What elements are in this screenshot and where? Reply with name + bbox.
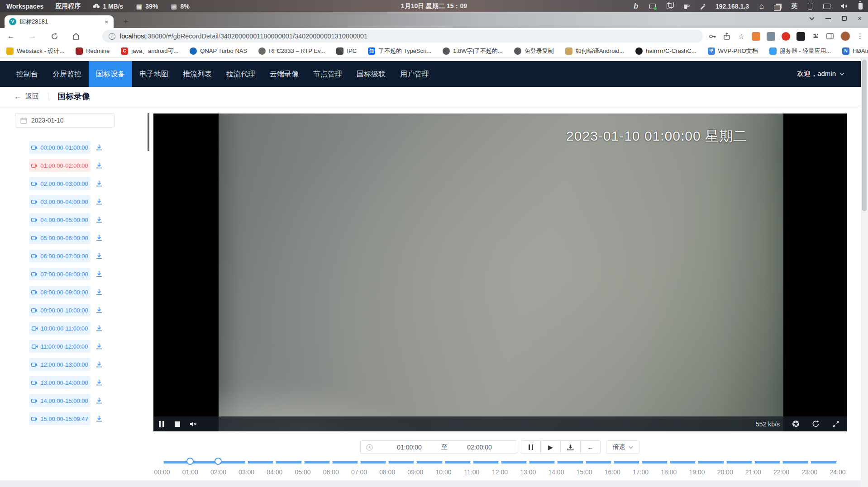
record-chip[interactable]: 14:00:00-15:00:00 <box>29 394 91 407</box>
record-download-button[interactable] <box>95 360 104 369</box>
sidebar-scrollbar[interactable] <box>148 113 149 151</box>
display-tray-icon[interactable] <box>823 2 831 10</box>
record-chip[interactable]: 01:00:00-02:00:00 <box>29 159 91 172</box>
clipboard-tray-icon[interactable] <box>665 2 673 10</box>
input-method-indicator[interactable]: 英 <box>791 2 797 10</box>
nav-tab-8[interactable]: 节点管理 <box>306 61 349 87</box>
range-end-value[interactable]: 02:00:00 <box>448 444 511 451</box>
record-download-button[interactable] <box>95 233 104 242</box>
extension-icon-4[interactable] <box>796 32 805 41</box>
record-chip[interactable]: 12:00:00-13:00:00 <box>29 358 91 371</box>
clock[interactable]: 1月10日 星期二 15：09 <box>401 2 467 10</box>
browser-forward-button[interactable]: → <box>28 32 37 41</box>
record-download-button[interactable] <box>95 251 104 260</box>
share-icon[interactable] <box>723 32 731 40</box>
record-download-button[interactable] <box>95 197 104 206</box>
bookmark-item[interactable]: RFC2833 – RTP Ev... <box>258 47 325 55</box>
nav-tab-9[interactable]: 国标级联 <box>349 61 393 87</box>
record-chip[interactable]: 10:00:00-11:00:00 <box>29 322 91 335</box>
bookmark-item[interactable]: IPC <box>336 47 357 55</box>
window-minimize-button[interactable] <box>825 18 831 19</box>
record-chip[interactable]: 04:00:00-05:00:00 <box>29 213 91 226</box>
nav-tab-5[interactable]: 推流列表 <box>176 61 219 87</box>
player-pause-icon[interactable] <box>157 420 165 428</box>
bookmark-item[interactable]: 知了不起的 TypeScri... <box>368 47 431 55</box>
record-download-button[interactable] <box>95 288 104 297</box>
time-range-picker[interactable]: 01:00:00 至 02:00:00 <box>360 440 517 454</box>
browser-home-button[interactable] <box>72 32 81 41</box>
password-key-icon[interactable] <box>708 32 716 40</box>
window-close-button[interactable]: × <box>858 14 862 22</box>
side-panel-icon[interactable] <box>826 32 834 40</box>
record-chip[interactable]: 05:00:00-06:00:00 <box>29 232 91 244</box>
bing-tray-icon[interactable]: b <box>632 2 640 10</box>
browser-back-button[interactable]: ← <box>6 32 15 41</box>
battery-tray-icon[interactable] <box>856 2 864 10</box>
record-download-button[interactable] <box>95 161 104 170</box>
range-start-value[interactable]: 01:00:00 <box>377 444 441 451</box>
bookmark-item[interactable]: Webstack - 设计... <box>6 47 64 55</box>
record-download-button[interactable] <box>95 179 104 188</box>
record-chip[interactable]: 00:00:00-01:00:00 <box>29 141 91 154</box>
record-chip[interactable]: 09:00:00-10:00:00 <box>29 304 91 317</box>
timeline-handle-end[interactable] <box>215 458 222 465</box>
workspaces-button[interactable]: Workspaces <box>6 3 43 10</box>
record-chip[interactable]: 11:00:00-12:00:00 <box>29 340 91 353</box>
nav-tab-4[interactable]: 电子地图 <box>132 61 176 87</box>
nav-tab-1[interactable]: 控制台 <box>9 61 45 87</box>
player-stop-icon[interactable] <box>173 420 181 428</box>
home-tray-icon[interactable]: ⌂ <box>758 2 766 10</box>
record-chip[interactable]: 02:00:00-03:00:00 <box>29 177 91 190</box>
nav-tab-10[interactable]: 用户管理 <box>393 61 436 87</box>
extension-icon-3[interactable] <box>782 32 790 41</box>
bookmark-item[interactable]: 服务器 - 轻量应用... <box>769 47 831 55</box>
address-bar[interactable]: i localhost:38080/#/gbRecordDetail/34020… <box>102 30 703 43</box>
ip-address-indicator[interactable]: 192.168.1.3 <box>715 3 749 10</box>
refresh-icon[interactable] <box>812 420 820 428</box>
extension-icon-2[interactable] <box>767 32 775 41</box>
bookmarks-overflow-icon[interactable]: » <box>857 47 861 55</box>
caffeine-tray-icon[interactable] <box>682 2 690 10</box>
record-chip[interactable]: 06:00:00-07:00:00 <box>29 250 91 262</box>
timeline-handle-start[interactable] <box>186 458 194 465</box>
applications-button[interactable]: 应用程序 <box>55 2 81 10</box>
record-download-button[interactable] <box>95 143 104 152</box>
record-chip[interactable]: 07:00:00-08:00:00 <box>29 268 91 280</box>
record-download-button[interactable] <box>95 414 104 423</box>
record-chip[interactable]: 13:00:00-14:00:00 <box>29 376 91 389</box>
record-download-button[interactable] <box>95 270 104 279</box>
phone-tray-icon[interactable] <box>806 2 814 10</box>
tab-search-chevron-icon[interactable] <box>809 17 815 20</box>
player-mute-icon[interactable] <box>189 420 197 428</box>
bookmark-star-icon[interactable]: ☆ <box>737 32 745 40</box>
window-maximize-button[interactable] <box>842 16 847 21</box>
color-picker-tray-icon[interactable] <box>699 2 707 10</box>
volume-tray-icon[interactable] <box>839 2 848 10</box>
tab-close-button[interactable]: × <box>104 19 109 25</box>
extension-icon-1[interactable] <box>752 32 760 41</box>
speed-dropdown[interactable]: 倍速 <box>606 440 639 454</box>
bookmark-item[interactable]: QNAP Turbo NAS <box>190 47 247 55</box>
nav-tab-3[interactable]: 国标设备 <box>89 61 132 87</box>
nav-tab-6[interactable]: 拉流代理 <box>219 61 262 87</box>
bookmark-item[interactable]: hairrrrr/C-CrashC... <box>635 47 696 55</box>
record-download-button[interactable] <box>95 215 104 224</box>
bookmark-item[interactable]: 1.8W字|了不起的... <box>443 47 503 55</box>
play-button[interactable]: ▶ <box>541 440 561 454</box>
video-player[interactable]: 2023-01-10 01:00:00 星期二 552 kb/s <box>153 113 847 431</box>
browser-tab[interactable]: 国标28181 × <box>5 15 114 28</box>
date-picker-input[interactable]: 2023-01-10 <box>15 113 114 128</box>
browser-menu-icon[interactable]: ⋮ <box>857 32 863 40</box>
record-download-button[interactable] <box>95 378 104 387</box>
new-tab-button[interactable]: + <box>120 16 131 27</box>
browser-reload-button[interactable] <box>50 32 59 41</box>
bookmark-item[interactable]: 免登录复制 <box>514 47 554 55</box>
nav-tab-7[interactable]: 云端录像 <box>262 61 306 87</box>
snapshot-aperture-icon[interactable] <box>792 420 800 428</box>
extensions-puzzle-icon[interactable] <box>811 32 820 40</box>
record-download-button[interactable] <box>95 342 104 351</box>
bookmark-item[interactable]: Cjava、android可... <box>121 47 178 55</box>
record-download-button[interactable] <box>95 324 104 333</box>
site-info-icon[interactable]: i <box>109 33 115 40</box>
record-chip[interactable]: 08:00:00-09:00:00 <box>29 286 91 298</box>
